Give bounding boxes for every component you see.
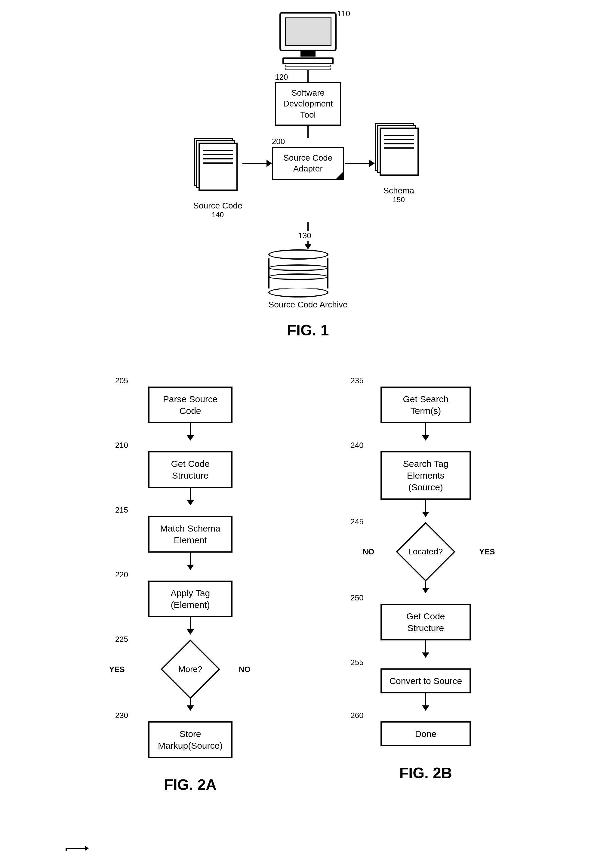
parse-source-code-box: Parse Source Code xyxy=(148,386,233,423)
yes-label-2a: YES xyxy=(109,665,125,674)
yes-label-2b: YES xyxy=(479,547,495,556)
label-200: 200 xyxy=(272,137,285,146)
schema-label: Schema xyxy=(383,186,414,195)
done-box: Done xyxy=(380,721,471,746)
no-label-2b: NO xyxy=(362,547,374,556)
step205-label: 205 xyxy=(115,376,128,385)
step250-label: 250 xyxy=(350,593,364,603)
arrow-left-to-adapter xyxy=(266,160,272,167)
search-tag-elements-box: Search Tag Elements (Source) xyxy=(380,451,471,500)
convert-to-source-box: Convert to Source xyxy=(380,668,471,693)
label-120: 120 xyxy=(275,72,288,82)
get-code-structure-box-2a: Get Code Structure xyxy=(148,451,233,488)
svg-marker-3 xyxy=(85,846,89,851)
no-label-2a: NO xyxy=(239,665,251,674)
fig2a-label: FIG. 2A xyxy=(164,776,216,794)
located-diamond-text: Located? xyxy=(409,547,443,556)
step260-label: 260 xyxy=(350,711,364,720)
step255-label: 255 xyxy=(350,658,364,667)
label-130: 130 xyxy=(298,231,311,241)
step220-label: 220 xyxy=(115,570,128,579)
step240-label: 240 xyxy=(350,441,364,450)
step230-label: 230 xyxy=(115,711,128,720)
match-schema-element-box: Match Schema Element xyxy=(148,516,233,553)
fig2b-label: FIG. 2B xyxy=(400,764,452,782)
source-code-label: Source Code xyxy=(193,201,242,210)
step210-label: 210 xyxy=(115,441,128,450)
label-140: 140 xyxy=(212,210,224,219)
label-150: 150 xyxy=(393,195,405,204)
get-code-structure-box-2b: Get Code Structure xyxy=(380,604,471,641)
more-diamond-text: More? xyxy=(178,665,202,674)
step235-label: 235 xyxy=(350,376,364,385)
store-markup-box: Store Markup(Source) xyxy=(148,721,233,758)
step215-label: 215 xyxy=(115,505,128,515)
step245-label: 245 xyxy=(350,517,364,526)
software-development-tool-box: Software Development Tool xyxy=(275,82,341,126)
step225-label: 225 xyxy=(115,635,128,644)
fig1-label: FIG. 1 xyxy=(68,322,548,339)
apply-tag-box: Apply Tag (Element) xyxy=(148,580,233,617)
source-code-adapter-box: Source Code Adapter xyxy=(272,147,344,180)
arrow-adapter-to-schema xyxy=(370,160,375,167)
page: 110 120 xyxy=(0,0,616,851)
source-code-archive-label: Source Code Archive xyxy=(268,300,347,310)
label-110: 110 xyxy=(337,9,350,18)
get-search-terms-box: Get Search Term(s) xyxy=(380,386,471,423)
